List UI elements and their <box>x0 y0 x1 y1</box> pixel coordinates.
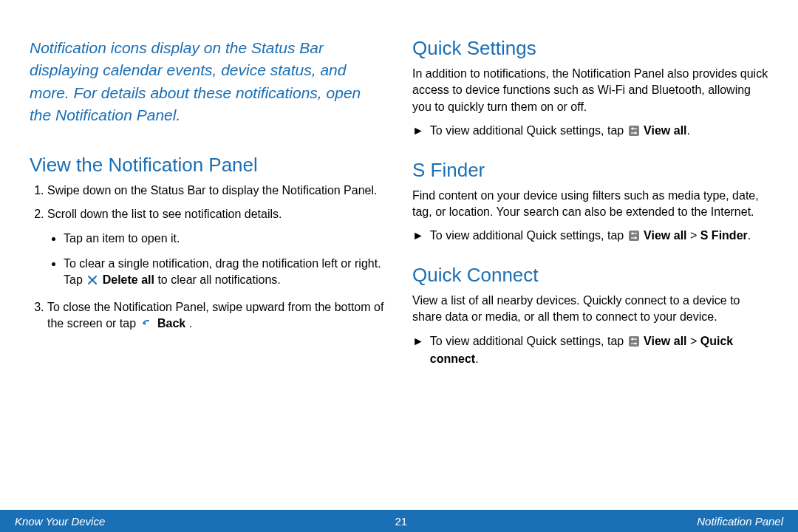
left-column: Notification icons display on the Status… <box>30 37 386 385</box>
svg-point-7 <box>634 132 636 134</box>
triangle-bullet-icon: ► <box>412 333 424 368</box>
quick-settings-body: In addition to notifications, the Notifi… <box>412 66 768 115</box>
step-3: To close the Notification Panel, swipe u… <box>47 299 386 334</box>
sf-bold1: View all <box>644 229 686 242</box>
right-column: Quick Settings In addition to notificati… <box>412 37 768 385</box>
quick-connect-heading: Quick Connect <box>412 264 768 287</box>
quick-settings-heading: Quick Settings <box>412 37 768 60</box>
s-finder-action: ► To view additional Quick settings, tap… <box>412 228 768 245</box>
qs-post: . <box>687 124 690 137</box>
qs-bold: View all <box>644 124 686 137</box>
svg-rect-3 <box>629 126 639 136</box>
manual-page: Notification icons display on the Status… <box>0 0 798 532</box>
sf-bold2: S Finder <box>700 229 748 242</box>
step-2-substeps: Tap an item to open it. To clear a singl… <box>47 231 386 290</box>
step-2: Scroll down the list to see notification… <box>47 206 386 290</box>
back-arrow-icon <box>141 317 153 333</box>
step-2-text: Scroll down the list to see notification… <box>47 208 282 220</box>
sliders-icon <box>629 124 639 140</box>
sf-mid: > <box>687 229 700 242</box>
step-2b-post: to clear all notifications. <box>157 273 280 286</box>
triangle-bullet-icon: ► <box>412 228 424 245</box>
footer-left: Know Your Device <box>15 515 105 528</box>
svg-point-15 <box>631 338 633 340</box>
notification-panel-steps: Swipe down on the Status Bar to display … <box>30 183 386 334</box>
svg-point-5 <box>631 128 633 130</box>
step-2b: To clear a single notification, drag the… <box>64 256 386 290</box>
svg-point-10 <box>631 233 633 235</box>
quick-connect-action: ► To view additional Quick settings, tap… <box>412 333 768 368</box>
sliders-icon <box>629 335 639 351</box>
svg-point-12 <box>634 237 636 239</box>
footer-page-number: 21 <box>395 515 407 528</box>
footer-right: Notification Panel <box>697 515 783 528</box>
sf-pre: To view additional Quick settings, tap <box>430 229 627 242</box>
triangle-bullet-icon: ► <box>412 123 424 140</box>
delete-all-x-icon <box>87 273 98 290</box>
view-notification-panel-heading: View the Notification Panel <box>30 154 386 177</box>
qc-mid: > <box>687 335 700 347</box>
quick-connect-body: View a list of all nearby devices. Quick… <box>412 293 768 326</box>
qc-action-text: To view additional Quick settings, tap V… <box>430 333 768 368</box>
step-3-post: . <box>189 317 192 330</box>
sliders-icon <box>629 229 639 245</box>
svg-rect-8 <box>629 231 639 241</box>
s-finder-body: Find content on your device using filter… <box>412 188 768 221</box>
step-3-bold: Back <box>157 317 185 330</box>
two-column-layout: Notification icons display on the Status… <box>30 37 768 385</box>
qc-post: . <box>475 352 478 365</box>
qc-pre: To view additional Quick settings, tap <box>430 335 627 347</box>
qs-pre: To view additional Quick settings, tap <box>430 124 627 137</box>
qs-action-text: To view additional Quick settings, tap V… <box>430 123 768 140</box>
svg-rect-13 <box>629 336 639 347</box>
step-1: Swipe down on the Status Bar to display … <box>47 183 386 199</box>
quick-settings-action: ► To view additional Quick settings, tap… <box>412 123 768 140</box>
sf-post: . <box>748 229 751 242</box>
page-footer: Know Your Device 21 Notification Panel <box>0 510 798 532</box>
s-finder-heading: S Finder <box>412 159 768 182</box>
step-2a: Tap an item to open it. <box>64 231 386 247</box>
step-3-pre: To close the Notification Panel, swipe u… <box>47 301 383 330</box>
step-2b-bold: Delete all <box>103 273 154 286</box>
intro-paragraph: Notification icons display on the Status… <box>30 37 386 127</box>
sf-action-text: To view additional Quick settings, tap V… <box>430 228 768 245</box>
svg-point-17 <box>634 342 636 344</box>
qc-bold1: View all <box>644 335 686 347</box>
